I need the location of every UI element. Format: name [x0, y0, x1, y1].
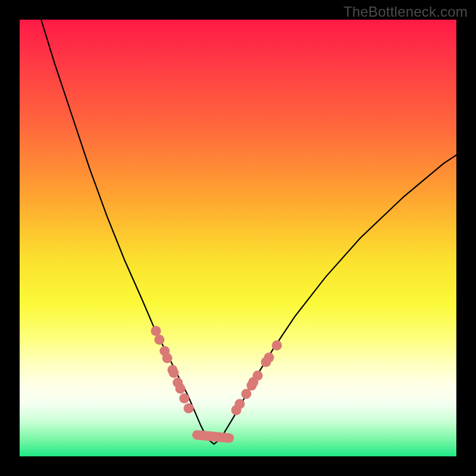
data-point [179, 393, 189, 403]
plot-overlay [20, 20, 456, 456]
watermark-text: TheBottleneck.com [343, 4, 468, 20]
trough-point-band [197, 435, 229, 438]
data-point [184, 403, 194, 414]
left-curve-points [151, 326, 194, 414]
bottleneck-curve [37, 7, 456, 444]
data-point [154, 335, 164, 345]
data-point [151, 326, 161, 336]
data-point [272, 340, 282, 350]
data-point [176, 384, 186, 394]
data-point [234, 399, 245, 409]
data-point [169, 368, 179, 378]
data-point [253, 371, 263, 381]
data-point [162, 353, 173, 363]
data-point [264, 353, 274, 363]
right-curve-points [231, 340, 282, 415]
chart-frame: TheBottleneck.com [0, 0, 476, 476]
